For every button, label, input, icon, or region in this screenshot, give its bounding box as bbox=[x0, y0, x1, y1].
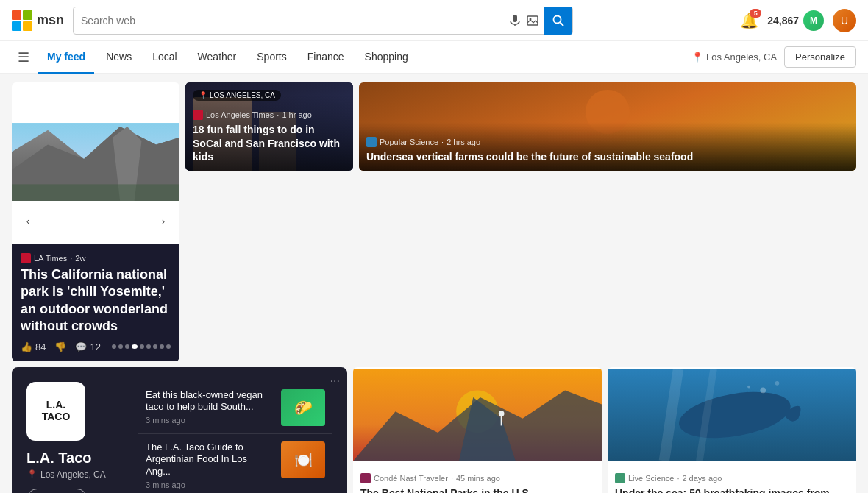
big-card-actions: 👍 84 👎 💬 12 bbox=[21, 341, 171, 352]
popup-location: 📍 Los Angeles, CA bbox=[26, 469, 129, 480]
big-card-source-logo bbox=[21, 253, 31, 263]
svg-rect-6 bbox=[527, 16, 538, 25]
carousel-right-button[interactable]: › bbox=[153, 211, 174, 232]
svg-rect-4 bbox=[513, 15, 517, 22]
notification-badge: 5 bbox=[750, 9, 761, 18]
card-1[interactable]: 📍 LOS ANGELES, CA Los Angeles Times · 1 … bbox=[185, 82, 353, 171]
popup-articles: Eat this black-owned vegan taco to help … bbox=[138, 382, 332, 493]
nav-item-local[interactable]: Local bbox=[143, 41, 185, 74]
popup-inner: L.A. TACO L.A. Taco 📍 Los Angeles, CA + … bbox=[26, 382, 332, 493]
popup-article-thumb-0: 🌮 bbox=[281, 389, 325, 426]
nav-item-sports[interactable]: Sports bbox=[248, 41, 295, 74]
image-search-icon bbox=[527, 15, 538, 26]
dot-9 bbox=[166, 344, 171, 349]
nav-item-weather[interactable]: Weather bbox=[189, 41, 246, 74]
location-icon: 📍 bbox=[26, 469, 38, 480]
popup-article-1[interactable]: The L.A. Taco Guide to Argentinian Food … bbox=[138, 434, 332, 493]
dot-4 bbox=[132, 344, 138, 349]
card-2-overlay: Popular Science · 2 hrs ago Undersea ver… bbox=[359, 122, 856, 171]
search-bar bbox=[73, 7, 573, 35]
svg-point-25 bbox=[747, 385, 750, 388]
popup-article-time-1: 3 mins ago bbox=[146, 480, 274, 489]
popup-left: L.A. TACO L.A. Taco 📍 Los Angeles, CA + … bbox=[26, 382, 129, 493]
top-grid: 📍 LOS ANGELES, CA Los Angeles Times · 1 … bbox=[12, 82, 856, 361]
rewards-icon[interactable]: M bbox=[803, 10, 824, 31]
header-right: 🔔 5 24,867 M U bbox=[740, 9, 856, 32]
svg-line-9 bbox=[561, 22, 564, 26]
dot-5 bbox=[140, 344, 144, 349]
personalize-button[interactable]: Personalize bbox=[784, 46, 856, 68]
svg-rect-3 bbox=[23, 21, 32, 31]
popup-article-title-0: Eat this black-owned vegan taco to help … bbox=[146, 389, 274, 414]
notifications-button[interactable]: 🔔 5 bbox=[740, 12, 758, 29]
medium-card-1-title: The Best National Parks in the U.S. bbox=[360, 486, 594, 493]
popup-article-text-0: Eat this black-owned vegan taco to help … bbox=[146, 389, 274, 425]
avatar[interactable]: U bbox=[833, 9, 856, 32]
middle-grid: ··· L.A. TACO L.A. Taco 📍 Los Angeles, C… bbox=[12, 367, 856, 493]
msn-logo[interactable]: msn bbox=[12, 10, 64, 31]
location-display: 📍 Los Angeles, CA bbox=[691, 52, 777, 63]
medium-card-2-source: Live Science · 2 days ago bbox=[615, 473, 849, 483]
medium-card-2-title: Under the sea: 50 breathtaking images fr… bbox=[615, 486, 849, 493]
svg-rect-2 bbox=[12, 21, 21, 31]
live-science-logo bbox=[615, 473, 625, 483]
source-logo-1 bbox=[193, 110, 203, 120]
card-1-source: Los Angeles Times · 1 hr ago bbox=[193, 110, 346, 120]
points-value: 24,867 bbox=[767, 15, 799, 26]
microphone-icon bbox=[509, 15, 521, 26]
msn-text: msn bbox=[37, 13, 64, 28]
main-content: 📍 LOS ANGELES, CA Los Angeles Times · 1 … bbox=[0, 74, 868, 493]
big-card-overlay: LA Times · 2w This California national p… bbox=[12, 244, 179, 361]
dot-2 bbox=[118, 344, 123, 349]
popup-article-title-1: The L.A. Taco Guide to Argentinian Food … bbox=[146, 441, 274, 479]
nav-item-myfeed[interactable]: My feed bbox=[38, 41, 94, 74]
card-2-title: Undersea vertical farms could be the fut… bbox=[366, 150, 849, 163]
search-input[interactable] bbox=[81, 15, 503, 26]
svg-rect-14 bbox=[12, 184, 179, 201]
dot-8 bbox=[160, 344, 164, 349]
popup-article-thumb-1: 🍽️ bbox=[281, 441, 325, 478]
popup-card: ··· L.A. TACO L.A. Taco 📍 Los Angeles, C… bbox=[12, 367, 347, 493]
nav-bar: ☰ My feed News Local Weather Sports Fina… bbox=[0, 41, 868, 74]
card-2-source: Popular Science · 2 hrs ago bbox=[366, 137, 849, 147]
popup-name: L.A. Taco bbox=[26, 450, 129, 467]
medium-card-2[interactable]: Live Science · 2 days ago Under the sea:… bbox=[608, 367, 856, 493]
points-display: 24,867 M bbox=[767, 10, 824, 31]
voice-search-button[interactable] bbox=[509, 15, 521, 26]
medium-card-1[interactable]: Condé Nast Traveler · 45 mins ago The Be… bbox=[353, 367, 602, 493]
carousel-dots bbox=[112, 344, 171, 349]
nav-item-news[interactable]: News bbox=[97, 41, 140, 74]
search-submit-button[interactable] bbox=[544, 7, 572, 35]
comment-button[interactable]: 💬 12 bbox=[75, 341, 100, 352]
dot-3 bbox=[125, 344, 129, 349]
national-parks-image bbox=[353, 367, 602, 463]
card-1-title: 18 fun fall things to do in SoCal and Sa… bbox=[193, 123, 346, 163]
svg-rect-1 bbox=[23, 10, 32, 20]
follow-button[interactable]: + Follow bbox=[26, 489, 88, 493]
source-logo-2 bbox=[366, 137, 377, 147]
hamburger-button[interactable]: ☰ bbox=[12, 43, 35, 71]
search-icon-group bbox=[509, 15, 538, 26]
dislike-button[interactable]: 👎 bbox=[54, 341, 66, 352]
nav-item-finance[interactable]: Finance bbox=[299, 41, 353, 74]
ocean-image bbox=[608, 367, 856, 463]
medium-card-1-img bbox=[353, 367, 602, 466]
location-text: Los Angeles, CA bbox=[706, 52, 777, 63]
svg-point-24 bbox=[775, 380, 780, 385]
popup-article-0[interactable]: Eat this black-owned vegan taco to help … bbox=[138, 382, 332, 434]
popup-logo: L.A. TACO bbox=[26, 382, 85, 441]
carousel-left-button[interactable]: ‹ bbox=[18, 211, 38, 232]
nav-right: 📍 Los Angeles, CA Personalize bbox=[691, 46, 856, 68]
big-card-title: This California national park is 'chill … bbox=[21, 266, 171, 336]
image-search-button[interactable] bbox=[527, 15, 538, 26]
big-card[interactable]: ‹ › LA Times · 2w This California nation… bbox=[12, 82, 179, 361]
popup-logo-text: L.A. TACO bbox=[42, 400, 71, 422]
msn-butterfly-icon bbox=[12, 10, 32, 31]
card-2[interactable]: Popular Science · 2 hrs ago Undersea ver… bbox=[359, 82, 856, 171]
location-pin-icon: 📍 bbox=[691, 52, 703, 63]
popup-more-button[interactable]: ··· bbox=[330, 375, 340, 388]
nav-item-shopping[interactable]: Shopping bbox=[356, 41, 417, 74]
like-button[interactable]: 👍 84 bbox=[21, 341, 46, 352]
medium-card-2-img bbox=[608, 367, 856, 466]
medium-card-2-content: Live Science · 2 days ago Under the sea:… bbox=[608, 466, 856, 493]
